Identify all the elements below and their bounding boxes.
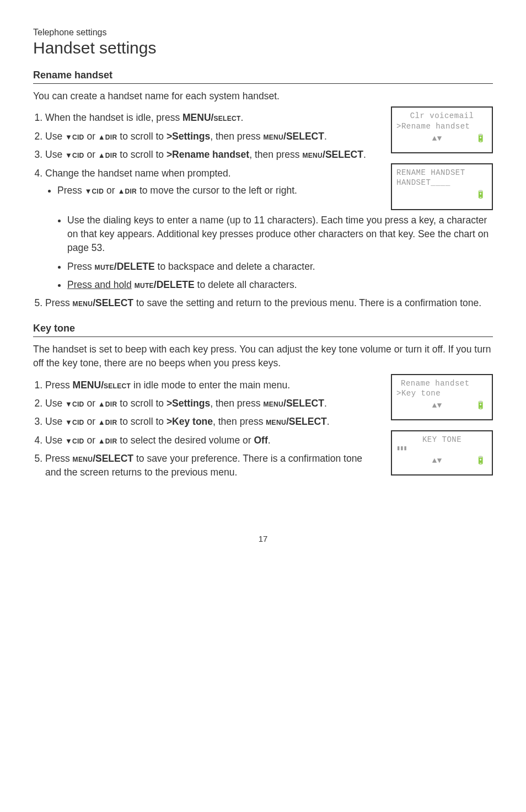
step-3: Use cid or dir to scroll to >Rename hand… — [45, 148, 380, 162]
step-2: Use cid or dir to scroll to >Settings, t… — [45, 397, 380, 410]
bullet-2: Use the dialing keys to enter a name (up… — [67, 213, 493, 255]
scroll-arrows-icon: ▲▼ — [399, 456, 476, 466]
section-title-keytone: Key tone — [33, 323, 493, 337]
lcd-screen-keytone-menu: Rename handset >Key tone ▲▼ 🔋 — [391, 374, 493, 421]
step-5: Press menu/SELECT to save the setting an… — [45, 296, 493, 310]
triangle-down-icon — [65, 149, 72, 160]
section1-steps: When the handset is idle, press MENU/sel… — [33, 106, 380, 202]
triangle-down-icon — [85, 185, 92, 196]
page-number: 17 — [33, 534, 493, 543]
lcd-screen-rename-menu: Clr voicemail >Rename handset ▲▼ 🔋 — [391, 106, 493, 153]
section2-steps: Press MENU/select in idle mode to enter … — [33, 374, 380, 484]
battery-icon: 🔋 — [476, 456, 486, 466]
section2-intro: The handset is set to beep with each key… — [33, 343, 493, 371]
battery-icon: 🔋 — [476, 190, 486, 200]
triangle-up-icon — [98, 416, 105, 427]
section1-steps-cont: Use the dialing keys to enter a name (up… — [33, 213, 493, 311]
step-1: Press MENU/select in idle mode to enter … — [45, 378, 380, 392]
triangle-up-icon — [98, 131, 105, 142]
battery-icon: 🔋 — [476, 133, 486, 143]
section1-intro: You can create a handset name for each s… — [33, 89, 493, 103]
step-5: Press menu/SELECT to save your preferenc… — [45, 452, 380, 480]
step-1: When the handset is idle, press MENU/sel… — [45, 111, 380, 125]
volume-bars-icon: ▮▮▮ — [396, 445, 487, 453]
lcd-screen-rename-edit: RENAME HANDSET HANDSET____ 🔋 — [391, 163, 493, 210]
scroll-arrows-icon: ▲▼ — [399, 133, 476, 143]
step-2: Use cid or dir to scroll to >Settings, t… — [45, 130, 380, 143]
bullet-4: Press and hold mute/DELETE to delete all… — [67, 278, 493, 292]
triangle-down-icon — [65, 435, 72, 446]
step-4: Use cid or dir to select the desired vol… — [45, 434, 380, 447]
triangle-down-icon — [65, 416, 72, 427]
scroll-arrows-icon: ▲▼ — [399, 400, 476, 410]
step-4: Change the handset name when prompted. P… — [45, 167, 380, 198]
triangle-up-icon — [98, 149, 105, 160]
lcd-screen-keytone-volume: KEY TONE ▮▮▮ ▲▼ 🔋 — [391, 430, 493, 476]
bullet-3: Press mute/DELETE to backspace and delet… — [67, 260, 493, 274]
triangle-up-icon — [98, 398, 105, 409]
page-title: Handset settings — [33, 39, 493, 57]
triangle-down-icon — [65, 398, 72, 409]
section-title-rename: Rename handset — [33, 70, 493, 84]
step-3: Use cid or dir to scroll to >Key tone, t… — [45, 415, 380, 429]
triangle-up-icon — [117, 185, 125, 196]
battery-icon: 🔋 — [476, 400, 486, 410]
triangle-up-icon — [98, 435, 105, 446]
bullet-1: Press cid or dir to move the cursor to t… — [57, 184, 380, 197]
page-category: Telephone settings — [33, 28, 493, 38]
triangle-down-icon — [65, 131, 72, 142]
